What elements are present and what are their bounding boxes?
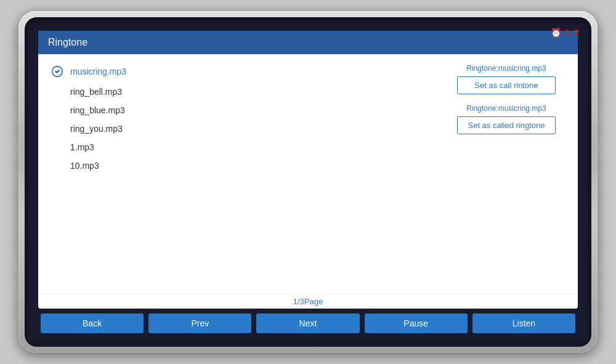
status-indicators: ⏰ 1 2	[551, 27, 579, 38]
back-button[interactable]: Back	[41, 313, 144, 333]
file-name: 10.mp3	[70, 161, 99, 171]
called-ringtone-label: Ringtone:musicring.mp3	[466, 104, 546, 113]
device-frame: ⏰ 1 2 Ringtone musicring.mp3	[18, 11, 598, 353]
file-name: musicring.mp3	[70, 67, 126, 76]
dialog-title: Ringtone	[38, 31, 578, 54]
called-ringtone-group: Ringtone:musicring.mp3 Set as called rin…	[445, 104, 568, 134]
list-item[interactable]: ring_blue.mp3	[48, 102, 432, 118]
file-name: ring_bell.mp3	[70, 87, 122, 97]
prev-button[interactable]: Prev	[148, 313, 251, 333]
indicator-num2: 2	[574, 27, 579, 38]
indicator-num1: 1	[565, 27, 570, 38]
call-ringtone-group: Ringtone:musicring.mp3 Set as call rinto…	[445, 64, 568, 94]
set-call-ringtone-button[interactable]: Set as call rintone	[457, 76, 556, 94]
dialog-panel: Ringtone musicring.mp3	[38, 31, 578, 309]
file-name: 1.mp3	[70, 142, 94, 152]
ringtone-actions: Ringtone:musicring.mp3 Set as call rinto…	[445, 62, 568, 286]
file-name: ring_you.mp3	[70, 124, 123, 134]
pause-button[interactable]: Pause	[365, 313, 468, 333]
list-item[interactable]: ring_you.mp3	[48, 121, 432, 137]
file-list: musicring.mp3 ring_bell.mp3 ring_blue.mp…	[48, 62, 432, 286]
check-icon	[51, 65, 64, 78]
list-item[interactable]: 10.mp3	[48, 158, 432, 174]
list-item[interactable]: 1.mp3	[48, 139, 432, 155]
dialog-body: musicring.mp3 ring_bell.mp3 ring_blue.mp…	[38, 54, 578, 294]
screen-frame: ⏰ 1 2 Ringtone musicring.mp3	[25, 17, 591, 347]
listen-button[interactable]: Listen	[472, 313, 575, 333]
call-ringtone-label: Ringtone:musicring.mp3	[466, 64, 546, 73]
page-indicator: 1/3Page	[38, 294, 578, 309]
alarm-icon: ⏰	[551, 28, 561, 38]
list-item[interactable]: ring_bell.mp3	[48, 84, 432, 100]
file-name: ring_blue.mp3	[70, 105, 125, 115]
list-item[interactable]: musicring.mp3	[48, 62, 432, 81]
toolbar: Back Prev Next Pause Listen	[38, 313, 578, 333]
screen-content: Ringtone musicring.mp3	[32, 25, 584, 339]
next-button[interactable]: Next	[256, 313, 359, 333]
set-called-ringtone-button[interactable]: Set as called ringtone	[457, 116, 556, 134]
